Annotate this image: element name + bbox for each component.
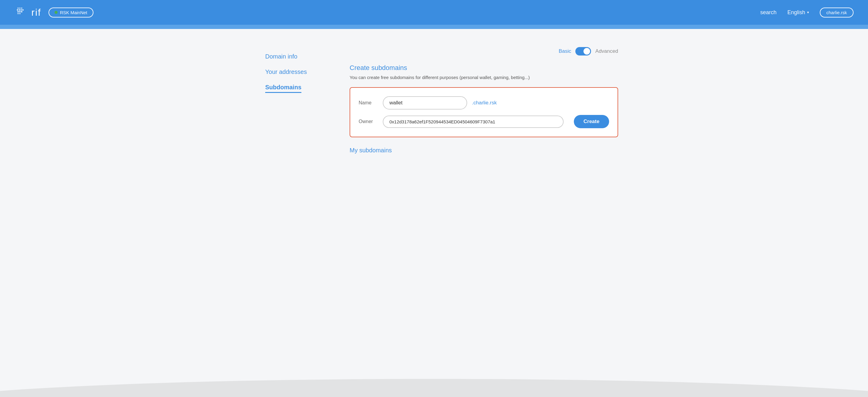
svg-point-12 <box>0 379 868 397</box>
section-title: Create subdomains <box>350 64 618 72</box>
chevron-down-icon: ▾ <box>807 10 809 15</box>
svg-rect-7 <box>18 11 19 12</box>
owner-row: Owner Create <box>359 115 609 128</box>
language-selector[interactable]: English ▾ <box>787 9 809 16</box>
owner-label: Owner <box>359 119 383 124</box>
svg-rect-1 <box>19 7 21 9</box>
domain-suffix: .charlie.rsk <box>472 100 497 106</box>
owner-input-wrap: Create <box>383 115 609 128</box>
svg-rect-8 <box>19 11 21 12</box>
header-left: rif RSK MainNet <box>14 5 93 20</box>
name-input-wrap: .charlie.rsk <box>383 96 609 110</box>
svg-rect-4 <box>19 9 20 10</box>
owner-address-input[interactable] <box>383 116 564 128</box>
logo: rif <box>14 5 41 20</box>
name-row: Name .charlie.rsk <box>359 96 609 110</box>
footer-wave <box>0 373 868 397</box>
language-label: English <box>787 9 805 16</box>
subdomain-name-input[interactable] <box>383 96 467 110</box>
create-subdomain-form: Name .charlie.rsk Owner Create <box>350 87 618 137</box>
sidebar: Domain info Your addresses Subdomains <box>265 47 326 154</box>
svg-rect-9 <box>21 11 22 12</box>
svg-rect-5 <box>21 9 22 10</box>
account-button[interactable]: charlie.rsk <box>820 7 854 18</box>
svg-rect-6 <box>22 9 24 10</box>
sub-header-band <box>0 25 868 29</box>
network-label: RSK MainNet <box>60 10 87 15</box>
svg-rect-3 <box>17 9 18 10</box>
svg-rect-2 <box>21 7 22 9</box>
main-container: Domain info Your addresses Subdomains Ba… <box>253 29 615 184</box>
name-label: Name <box>359 100 383 106</box>
advanced-label: Advanced <box>595 48 618 54</box>
header: rif RSK MainNet search English ▾ charlie… <box>0 0 868 25</box>
sidebar-item-your-addresses[interactable]: Your addresses <box>265 68 326 76</box>
svg-rect-10 <box>18 13 19 14</box>
network-badge[interactable]: RSK MainNet <box>49 7 93 18</box>
sidebar-item-subdomains[interactable]: Subdomains <box>265 84 301 93</box>
logo-text: rif <box>31 7 41 18</box>
network-status-dot <box>55 11 58 14</box>
sidebar-item-domain-info[interactable]: Domain info <box>265 53 326 60</box>
content-area: Basic Advanced Create subdomains You can… <box>350 47 618 154</box>
my-subdomains-link[interactable]: My subdomains <box>350 147 618 154</box>
search-link[interactable]: search <box>761 9 777 16</box>
header-right: search English ▾ charlie.rsk <box>761 7 854 18</box>
create-button[interactable]: Create <box>574 115 609 128</box>
basic-advanced-toggle[interactable] <box>575 47 591 56</box>
svg-rect-0 <box>18 7 19 9</box>
logo-icon <box>14 5 29 20</box>
svg-rect-11 <box>19 13 21 14</box>
basic-label: Basic <box>559 48 571 54</box>
toggle-row: Basic Advanced <box>350 47 618 56</box>
section-description: You can create free subdomains for diffe… <box>350 75 618 80</box>
